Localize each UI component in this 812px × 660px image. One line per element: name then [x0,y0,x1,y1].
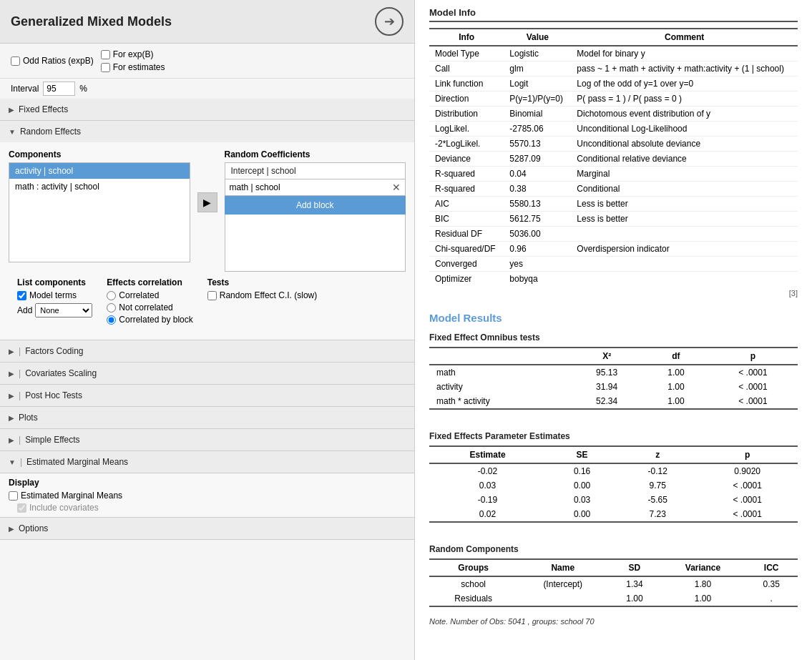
random-effects-two-col: Components activity | school math : acti… [9,149,406,272]
move-to-random-coeff-button[interactable]: ▶ [197,192,217,212]
plots-label: Plots [19,413,38,423]
omnibus-df-cell: 1.00 [644,365,708,380]
for-expb-checkbox[interactable] [101,50,110,59]
comment-cell: Conditional [571,182,798,197]
interval-input[interactable]: 95 [43,82,75,96]
post-hoc-header[interactable]: ▶ | Post Hoc Tests [0,385,414,406]
plots-arrow: ▶ [9,414,14,422]
not-correlated-radio[interactable] [107,303,116,312]
display-emm-checkbox-label[interactable]: Estimated Marginal Means [9,491,406,501]
value-cell: glm [504,61,571,77]
value-col-header: Value [504,29,571,46]
component-item-0[interactable]: activity | school [9,163,190,179]
random-components-section: Random Components Groups Name SD Varianc… [415,540,812,633]
value-cell: 0.04 [504,167,571,182]
random-table: Groups Name SD Variance ICC school (Inte… [429,558,798,607]
omnibus-p-cell: < .0001 [708,394,798,409]
comment-cell: Unconditional Log-Likelihood [571,122,798,137]
covariates-arrow: ▶ [9,370,14,378]
p-cell: < .0001 [697,493,798,507]
correlated-radio[interactable] [107,291,116,300]
param-row: 0.03 0.00 9.75 < .0001 [429,478,798,493]
variance-cell: 1.00 [661,591,745,606]
options-section: ▶ Options [0,518,414,540]
omnibus-row: math 95.13 1.00 < .0001 [429,365,798,380]
correlated-by-block-radio[interactable] [107,315,116,325]
include-covariates-checkbox-label[interactable]: Include covariates [17,503,406,513]
left-header: Generalized Mixed Models ➔ [0,0,414,44]
random-effects-label: Random Effects [20,127,81,137]
random-effects-header[interactable]: ▼ Random Effects [0,121,414,142]
odd-ratios-checkbox-label[interactable]: Odd Ratios (expB) [11,56,94,66]
factors-coding-header[interactable]: ▶ | Factors Coding [0,340,414,362]
p-cell: < .0001 [697,507,798,522]
covariates-scaling-header[interactable]: ▶ | Covariates Scaling [0,363,414,384]
emm-header[interactable]: ▼ | Estimated Marginal Means [0,451,414,473]
p-cell: < .0001 [697,478,798,493]
comment-cell [571,227,798,242]
model-info-row: Direction P(y=1)/P(y=0) P( pass = 1 ) / … [429,92,798,107]
bottom-options: List components Model terms Add None Eff… [9,272,406,333]
random-components-title: Random Components [429,544,798,554]
simple-effects-header[interactable]: ▶ | Simple Effects [0,429,414,450]
covariates-scaling-section: ▶ | Covariates Scaling [0,363,414,385]
value-cell: P(y=1)/P(y=0) [504,92,571,107]
post-hoc-label: Post Hoc Tests [25,390,82,400]
plots-header[interactable]: ▶ Plots [0,407,414,428]
groups-header: Groups [429,559,517,576]
for-estimates-checkbox-label[interactable]: For estimates [101,62,165,72]
covariates-scaling-label: Covariates Scaling [25,368,97,378]
list-components-section: List components Model terms Add None [17,277,92,317]
info-col-header: Info [429,29,504,46]
for-expb-checkbox-label[interactable]: For exp(B) [101,49,165,59]
random-effect-ci-label[interactable]: Random Effect C.I. (slow) [207,290,318,300]
model-info-row: Residual DF 5036.00 [429,227,798,242]
z-cell: 7.23 [618,507,697,522]
model-info-row: BIC 5612.75 Less is better [429,212,798,227]
model-info-row: R-squared 0.04 Marginal [429,167,798,182]
model-info-row: R-squared 0.38 Conditional [429,182,798,197]
correlated-radio-label[interactable]: Correlated [107,290,192,300]
omnibus-df-cell: 1.00 [644,394,708,409]
options-label: Options [19,523,48,533]
omnibus-x2-cell: 52.34 [569,394,644,409]
for-estimates-checkbox[interactable] [101,63,110,72]
info-cell: Converged [429,257,504,272]
random-effects-body: Components activity | school math : acti… [0,142,414,340]
model-terms-checkbox-label[interactable]: Model terms [17,290,92,300]
random-effect-ci-checkbox[interactable] [207,291,217,300]
value-cell: 0.38 [504,182,571,197]
not-correlated-radio-label[interactable]: Not correlated [107,302,192,312]
include-covariates-checkbox[interactable] [17,503,26,513]
omnibus-table: X² df p math 95.13 1.00 < .0001activity … [429,347,798,410]
model-info-title: Model Info [429,7,798,22]
navigate-button[interactable]: ➔ [375,7,403,36]
odd-ratios-checkbox[interactable] [11,56,20,66]
model-terms-checkbox[interactable] [17,291,26,300]
omnibus-x2-cell: 95.13 [569,365,644,380]
comment-cell: Model for binary y [571,46,798,61]
info-cell: Call [429,61,504,77]
p-cell: 0.9020 [697,463,798,478]
display-emm-checkbox[interactable] [9,491,18,501]
add-select[interactable]: None [35,303,92,317]
comment-cell: P( pass = 1 ) / P( pass = 0 ) [571,92,798,107]
fixed-effects-header[interactable]: ▶ Fixed Effects [0,99,414,120]
component-item-1[interactable]: math : activity | school [9,179,190,194]
variance-cell: 1.80 [661,576,745,591]
options-header[interactable]: ▶ Options [0,518,414,539]
correlated-by-block-radio-label[interactable]: Correlated by block [107,315,192,325]
effects-corr-label: Effects correlation [107,277,192,287]
clear-math-input-button[interactable]: ✕ [388,180,405,194]
sd-cell: 1.34 [608,576,661,591]
comment-cell: Unconditional absolute deviance [571,137,798,152]
math-input[interactable] [225,179,388,195]
model-info-row: Distribution Binomial Dichotomous event … [429,107,798,122]
estimate-header: Estimate [429,446,546,463]
components-label: Components [9,149,190,159]
info-cell: Distribution [429,107,504,122]
add-block-button[interactable]: Add block [225,196,406,215]
omnibus-section: Fixed Effect Omnibus tests X² df p math … [415,328,812,427]
value-cell: yes [504,257,571,272]
icc-header: ICC [745,559,798,576]
